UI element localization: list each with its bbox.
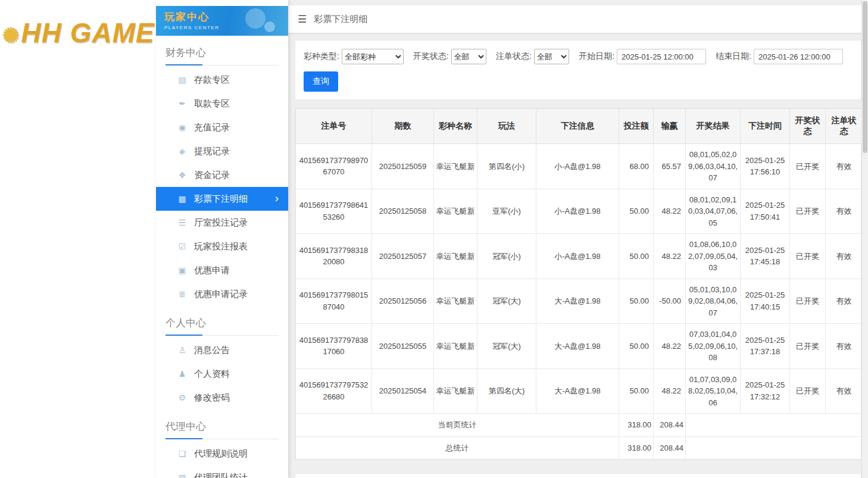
start-date-input[interactable]	[617, 49, 706, 64]
cell-draw-result: 08,01,05,02,09,06,03,04,10,07	[686, 144, 741, 189]
sidebar-item-withdrawal-records[interactable]: ◈提现记录	[156, 139, 288, 163]
cell-play: 第四名(大)	[477, 368, 536, 414]
cell-bet-time: 2025-01-25 17:37:18	[741, 324, 790, 369]
cell-draw-status: 已开奖	[790, 368, 826, 414]
sidebar-header: 玩家中心 PLAYERS CENTER	[156, 6, 288, 36]
deposit-icon: ▤	[176, 75, 188, 85]
col-header-period: 期数	[372, 109, 434, 144]
table-row: 40156917377983182008020250125057幸运飞艇新冠军(…	[296, 234, 863, 279]
cell-order-no: 401569173779753226680	[296, 368, 372, 414]
sidebar-item-promo-apply[interactable]: ▣优惠申请	[156, 258, 288, 282]
total-summary-label: 总统计	[296, 436, 619, 460]
app-window: ✺HH GAME 玩家中心 PLAYERS CENTER 财务中心▤存款专区✒取…	[0, 0, 868, 478]
cell-draw-status: 已开奖	[790, 324, 826, 369]
cell-order-status: 有效	[826, 189, 863, 234]
total-summary-bet: 318.00	[619, 436, 654, 460]
cell-bet-info: 小-A盘@1.98	[536, 189, 619, 234]
page-summary-winloss: 208.44	[654, 414, 686, 437]
sidebar-item-withdraw[interactable]: ✒取款专区	[156, 92, 288, 115]
cell-bet-time: 2025-01-25 17:45:18	[741, 234, 790, 279]
sidebar-item-funds-records[interactable]: ❖资金记录	[156, 163, 288, 187]
cell-bet-time: 2025-01-25 17:50:41	[741, 189, 790, 234]
lottery-bet-details-icon: ▦	[176, 194, 188, 204]
sidebar-item-label: 存款专区	[194, 74, 230, 86]
agent-rules-icon: ❏	[176, 449, 188, 458]
end-date-label: 结束日期:	[716, 51, 751, 62]
table-row: 40156917377989706707020250125059幸运飞艇新第四名…	[296, 144, 863, 189]
cell-bet-time: 2025-01-25 17:32:12	[741, 368, 790, 414]
cell-bet-info: 大-A盘@1.98	[536, 368, 619, 414]
sidebar-item-player-bet-report[interactable]: ☑玩家投注报表	[156, 235, 288, 258]
cell-play: 冠军(大)	[477, 279, 536, 324]
cell-bet-amount: 50.00	[619, 234, 654, 279]
cell-period: 20250125055	[372, 324, 434, 369]
sidebar-item-promo-apply-records[interactable]: ≣优惠申请记录	[156, 282, 288, 306]
col-header-bet-time: 下注时间	[741, 109, 790, 144]
cell-lottery-name: 幸运飞艇新	[434, 279, 477, 324]
cell-order-status: 有效	[826, 279, 863, 324]
table-row: 40156917377986415326020250125058幸运飞艇新亚军(…	[296, 189, 863, 234]
sidebar-item-label: 代理团队统计	[194, 472, 248, 478]
cell-win-loss: 65.57	[654, 144, 686, 189]
logo-sparkle-icon: ✺	[2, 24, 20, 46]
table-row: 40156917377980158704020250125056幸运飞艇新冠军(…	[296, 279, 863, 324]
sidebar-item-agent-rules[interactable]: ❏代理规则说明	[156, 442, 288, 465]
col-header-play: 玩法	[477, 109, 536, 144]
cell-lottery-name: 幸运飞艇新	[434, 144, 477, 189]
cell-play: 亚军(小)	[477, 189, 536, 234]
end-date-input[interactable]	[754, 49, 843, 64]
cell-order-no: 401569173779897067070	[296, 144, 372, 189]
sidebar-item-label: 资金记录	[194, 170, 230, 181]
logo-text: HH GAME	[21, 17, 155, 48]
lottery-type-select[interactable]: 全部彩种	[342, 49, 404, 64]
col-header-win-loss: 输赢	[654, 109, 686, 144]
cell-win-loss: 48.22	[654, 234, 686, 279]
cell-bet-time: 2025-01-25 17:40:15	[741, 279, 790, 324]
change-password-icon: ⚙	[176, 393, 188, 402]
order-status-select[interactable]: 全部	[534, 49, 569, 64]
lottery-type-label: 彩种类型:	[304, 51, 339, 62]
menu-toggle-icon[interactable]: ☰	[298, 13, 307, 26]
sidebar-item-agent-team-stats[interactable]: ▥代理团队统计	[156, 465, 288, 478]
section-title-personal: 个人中心	[166, 316, 279, 336]
scrollbar-thumb[interactable]	[863, 1, 867, 153]
sidebar-item-recharge-records[interactable]: ◉充值记录	[156, 115, 288, 139]
cell-play: 冠军(大)	[477, 324, 536, 369]
cell-order-status: 有效	[826, 234, 863, 279]
sidebar-item-label: 代理规则说明	[194, 448, 248, 460]
agent-team-stats-icon: ▥	[176, 473, 188, 478]
sidebar-item-deposit[interactable]: ▤存款专区	[156, 68, 288, 92]
cell-bet-info: 小-A盘@1.98	[536, 234, 619, 279]
draw-status-select[interactable]: 全部	[451, 49, 486, 64]
total-summary-winloss: 208.44	[654, 436, 686, 460]
cell-lottery-name: 幸运飞艇新	[434, 368, 477, 414]
total-summary-spacer	[686, 436, 863, 460]
topbar: ☰ 彩票下注明细	[288, 5, 868, 33]
promo-apply-records-icon: ≣	[176, 289, 188, 299]
cell-lottery-name: 幸运飞艇新	[434, 234, 477, 279]
messages-icon: ♙	[176, 345, 188, 355]
col-header-draw-result: 开奖结果	[686, 109, 741, 144]
sidebar-item-profile[interactable]: ♟个人资料	[156, 362, 288, 386]
sidebar-item-label: 彩票下注明细	[194, 193, 248, 205]
cell-period: 20250125056	[372, 279, 434, 324]
sidebar-item-change-password[interactable]: ⚙修改密码	[156, 386, 288, 410]
cell-win-loss: 48.22	[654, 368, 686, 414]
total-summary-row: 总统计 318.00 208.44	[296, 436, 863, 460]
sidebar-item-lottery-bet-details[interactable]: ▦彩票下注明细	[156, 187, 288, 211]
cell-draw-status: 已开奖	[790, 279, 826, 324]
cell-order-no: 401569173779831820080	[296, 234, 372, 279]
logo-area: ✺HH GAME	[0, 0, 156, 478]
scrollbar[interactable]	[861, 0, 868, 478]
sidebar-item-messages[interactable]: ♙消息公告	[156, 338, 288, 362]
page-title: 彩票下注明细	[314, 14, 367, 25]
section-title-agent: 代理中心	[166, 420, 279, 439]
cell-bet-amount: 50.00	[619, 279, 654, 324]
cell-order-status: 有效	[826, 144, 863, 189]
sidebar-item-label: 充值记录	[194, 122, 230, 133]
sidebar-item-hall-bet-records[interactable]: ☰厅室投注记录	[156, 211, 288, 235]
search-button[interactable]: 查询	[304, 71, 338, 92]
sidebar-item-label: 提现记录	[194, 146, 230, 157]
cell-play: 第四名(小)	[477, 144, 536, 189]
logo: ✺HH GAME	[2, 17, 155, 49]
